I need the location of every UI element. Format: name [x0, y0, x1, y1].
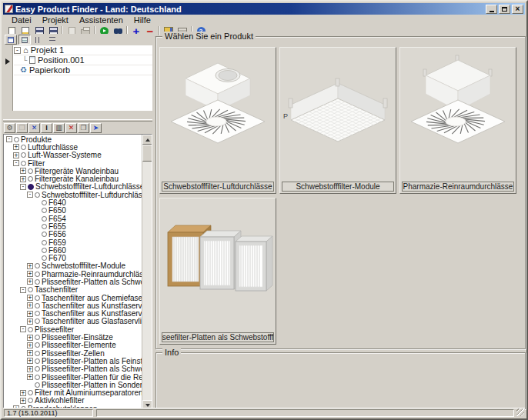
tree-expander[interactable]: +: [27, 302, 33, 308]
tree-expander[interactable]: +: [27, 342, 33, 348]
preview-page-button[interactable]: ❒: [16, 123, 28, 133]
tree-item[interactable]: F656: [4, 231, 142, 238]
tree-item[interactable]: F655: [4, 222, 142, 230]
tree-item[interactable]: + Plisseefilter-Platten als Schwebstofff…: [4, 365, 142, 373]
settings-gear-button[interactable]: ⚙: [4, 123, 15, 133]
tree-expander[interactable]: -: [14, 47, 21, 54]
tree-item[interactable]: F670: [4, 254, 142, 262]
tree-expander[interactable]: +: [27, 271, 33, 277]
catalog-button[interactable]: ▥: [53, 123, 65, 133]
go-arrow-button[interactable]: ➤: [90, 123, 102, 133]
tree-expander[interactable]: +: [27, 374, 33, 380]
tree-scrollbar[interactable]: [142, 135, 152, 410]
expand-tree-button[interactable]: [32, 35, 45, 45]
tree-item[interactable]: + Luft-Wasser-Systeme: [4, 152, 142, 159]
horizontal-splitter[interactable]: [3, 119, 152, 122]
tree-node-icon: [28, 184, 34, 190]
tree-item[interactable]: + Filtergeräte Kanaleinbau: [4, 175, 142, 182]
tree-item[interactable]: F659: [4, 238, 142, 246]
tree-expander[interactable]: +: [20, 390, 26, 396]
menu-datei[interactable]: Datei: [6, 15, 37, 25]
tree-expander[interactable]: +: [27, 358, 33, 364]
tree-expander[interactable]: +: [27, 318, 33, 325]
tree-expander[interactable]: +: [27, 335, 33, 341]
tree-node-icon: [42, 216, 47, 222]
tree-expander[interactable]: +: [13, 152, 19, 158]
tree-item[interactable]: + Taschenfilter aus Kunstfaservliesen: [4, 302, 142, 309]
tree-item[interactable]: - Schwebstofffilter-Luftdurchlässe: [4, 183, 142, 191]
tree-item[interactable]: F640: [4, 198, 142, 206]
tree-expander[interactable]: +: [27, 366, 33, 372]
collapse-tree-button[interactable]: [46, 35, 58, 45]
tree-item[interactable]: F660: [4, 246, 142, 254]
tree-node-icon: [35, 279, 40, 285]
tree-expander[interactable]: +: [20, 398, 26, 404]
tree-item[interactable]: Plisseefilter-Platten in Sonderabmessung…: [4, 381, 142, 388]
tree-item[interactable]: + Plisseefilter-Platten für die Reinraum…: [4, 373, 142, 381]
tree-item[interactable]: + Filtergeräte Wandeinbau: [4, 167, 142, 175]
menu-hilfe[interactable]: Hilfe: [129, 15, 156, 25]
delete-button[interactable]: ✕: [65, 123, 77, 133]
tree-expander[interactable]: +: [20, 168, 26, 174]
tree-expander[interactable]: -: [13, 160, 19, 166]
tree-item[interactable]: + Luftdurchlässe: [4, 143, 142, 151]
copy-button[interactable]: ❐: [78, 123, 89, 133]
resize-grip[interactable]: [516, 408, 524, 416]
tree-item[interactable]: + Schwebstofffilter-Module: [4, 262, 142, 270]
clear-selection-button[interactable]: ✕: [28, 123, 40, 133]
product-card-pharmazie-reinraumdurchlaesse[interactable]: Pharmazie-Reinraumdurchlässe: [399, 47, 516, 194]
tree-item[interactable]: + Plisseefilter-Platten als Feinstaubfil…: [4, 357, 142, 365]
tree-expander[interactable]: -: [20, 326, 26, 332]
tree-item[interactable]: - Schwebstofffilter-Luftdurchlässe: [4, 191, 142, 198]
tree-item[interactable]: + Filter mit Aluminiumseparatoren: [4, 389, 142, 397]
tree-expander[interactable]: +: [13, 144, 19, 150]
close-button[interactable]: ×: [512, 5, 523, 14]
tree-expander[interactable]: -: [20, 184, 26, 190]
tree-node-icon: [42, 232, 47, 237]
tree-item[interactable]: + Taschenfilter aus Chemiefaservliesen: [4, 294, 142, 302]
details-view-button[interactable]: [18, 35, 31, 45]
scroll-up-button[interactable]: [142, 135, 152, 145]
tree-item[interactable]: + Taschenfilter aus Kunstfaservliesen (N…: [4, 310, 142, 318]
card-caption: Pharmazie-Reinraumdurchlässe: [402, 182, 514, 192]
tree-expander[interactable]: +: [27, 263, 33, 269]
tree-expander[interactable]: +: [27, 311, 33, 317]
tree-item[interactable]: + Pharmazie-Reinraumdurchlässe: [4, 270, 142, 278]
tree-node-icon: [28, 327, 33, 332]
tree-expander[interactable]: +: [27, 278, 33, 285]
product-card-schwebstofffilter-module[interactable]: P Schwebstofffilter-Module: [279, 47, 396, 194]
tree-item[interactable]: + Plisseefilter-Elemente: [4, 342, 142, 349]
tree-expander[interactable]: -: [20, 287, 26, 293]
tree-item[interactable]: + Aktivkohlefilter: [4, 397, 142, 405]
tree-expander[interactable]: -: [27, 192, 33, 198]
tree-item[interactable]: + Plisseefilter-Platten als Schwebstofff…: [4, 278, 142, 285]
position-row[interactable]: └ Position.001: [14, 55, 152, 65]
tree-expander[interactable]: -: [6, 136, 12, 142]
minimize-icon: [490, 11, 494, 12]
tree-expander[interactable]: +: [27, 350, 33, 356]
tree-item[interactable]: - Filter: [4, 159, 142, 167]
tree-item[interactable]: F650: [4, 207, 142, 215]
tree-expander[interactable]: +: [20, 176, 26, 182]
tree-item[interactable]: + Plisseefilter-Zellen: [4, 349, 142, 357]
product-card-schwebstofffilter-luftdurchlaesse[interactable]: Schwebstofffilter-Luftdurchlässe: [159, 47, 276, 194]
version-cell: 1.7 (15.10.2011): [4, 409, 93, 417]
menu-assistenten[interactable]: Assistenten: [74, 15, 129, 25]
separator-bar-button[interactable]: I: [41, 123, 52, 133]
tree-item[interactable]: - Produkte: [4, 135, 142, 143]
minimize-button[interactable]: [486, 5, 497, 14]
tree-item[interactable]: - Taschenfilter: [4, 286, 142, 294]
tree-item[interactable]: + Plisseefilter-Einsätze: [4, 333, 142, 341]
menu-projekt[interactable]: Projekt: [37, 15, 74, 25]
product-card-plisseefilter-platten[interactable]: Plisseefilter-Platten als Schwebstofffil…: [159, 198, 276, 345]
tree-item[interactable]: + Taschenfilter aus Glasfaservliesen: [4, 318, 142, 325]
tree-expander[interactable]: +: [27, 295, 33, 301]
tree-item[interactable]: F654: [4, 215, 142, 222]
recycle-bin-row[interactable]: ♻ Papierkorb: [14, 65, 152, 75]
info-title: Info: [162, 348, 181, 357]
grid-view-button[interactable]: [5, 35, 17, 45]
project-row[interactable]: - ⌂ Projekt 1: [14, 45, 152, 55]
scrollbar-thumb[interactable]: [142, 145, 152, 162]
maximize-button[interactable]: [499, 5, 510, 14]
tree-item[interactable]: - Plisseefilter: [4, 325, 142, 333]
